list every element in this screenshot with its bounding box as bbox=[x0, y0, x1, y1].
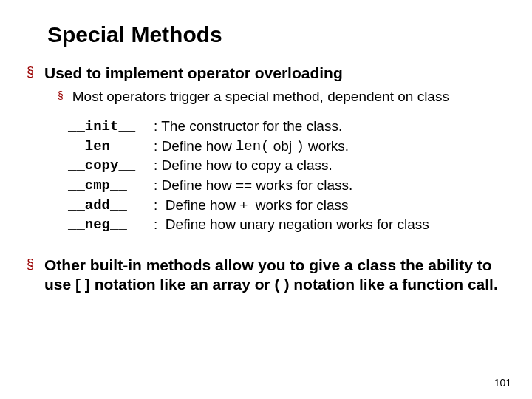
method-desc: Define how == works for class. bbox=[157, 176, 352, 196]
method-row: __cmp__ : Define how == works for class. bbox=[68, 176, 505, 196]
bullet-marker-icon: § bbox=[27, 64, 34, 81]
method-desc: Define how + works for class bbox=[157, 196, 348, 216]
method-desc: Define how bbox=[157, 137, 236, 157]
bullet-1-text: Used to implement operator overloading bbox=[44, 64, 343, 83]
method-name: __len__ bbox=[68, 137, 154, 157]
method-desc: The constructor for the class. bbox=[157, 117, 342, 137]
method-code2: ) bbox=[296, 137, 304, 157]
method-desc: Define how to copy a class. bbox=[157, 156, 332, 176]
bullet-1-1-text: Most operators trigger a special method,… bbox=[72, 89, 449, 105]
method-row: __copy__: Define how to copy a class. bbox=[68, 156, 505, 176]
method-name: __add__ bbox=[68, 196, 154, 216]
bullet-2: § Other built-in methods allow you to gi… bbox=[27, 256, 505, 295]
method-mid: obj bbox=[270, 137, 296, 157]
method-desc-post: works. bbox=[304, 137, 349, 157]
method-name: __init__ bbox=[68, 117, 154, 137]
method-row: __add__ : Define how + works for class bbox=[68, 196, 505, 216]
method-name: __copy__ bbox=[68, 156, 154, 176]
method-row: __init__: The constructor for the class. bbox=[68, 117, 505, 137]
bullet-marker-icon: § bbox=[27, 256, 34, 273]
bullet-1-1: § Most operators trigger a special metho… bbox=[58, 89, 505, 105]
bullet-1: § Used to implement operator overloading bbox=[27, 64, 505, 83]
method-name: __neg__ bbox=[68, 215, 154, 235]
method-desc: Define how unary negation works for clas… bbox=[157, 215, 429, 235]
method-row: __len__ : Define how len( obj ) works. bbox=[68, 137, 505, 157]
page-number: 101 bbox=[494, 377, 511, 389]
bullet-marker-icon: § bbox=[58, 89, 64, 103]
methods-list: __init__: The constructor for the class.… bbox=[68, 117, 505, 235]
method-code: len( bbox=[236, 137, 270, 157]
method-row: __neg__ : Define how unary negation work… bbox=[68, 215, 505, 235]
method-name: __cmp__ bbox=[68, 176, 154, 196]
bullet-2-text: Other built-in methods allow you to give… bbox=[44, 256, 505, 295]
slide-title: Special Methods bbox=[47, 22, 505, 47]
